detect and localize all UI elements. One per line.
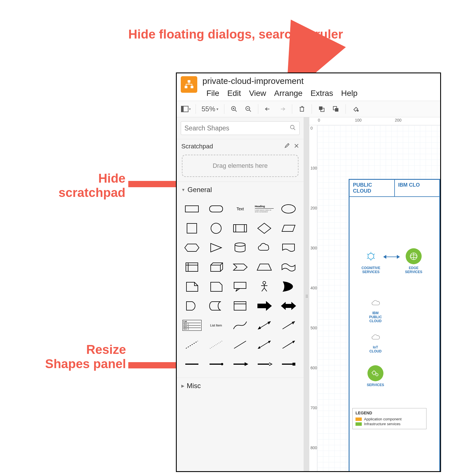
canvas-area[interactable]: 0 100 200 0 100 200 300 400 500 600 700 … (309, 117, 440, 472)
diagram-legend: LEGEND Application component Infrastruct… (352, 408, 426, 429)
shape-parallelogram[interactable] (278, 220, 299, 237)
shape-link-3[interactable] (229, 356, 251, 372)
shape-cylinder[interactable] (229, 239, 251, 256)
menu-arrange[interactable]: Arrange (270, 88, 307, 99)
shapes-sidebar: Scratchpad Drag elements here ▼ General (177, 117, 304, 472)
svg-point-53 (221, 363, 223, 365)
shape-data-storage[interactable] (206, 298, 227, 314)
menu-help[interactable]: Help (337, 88, 362, 99)
scratchpad-drop-zone[interactable]: Drag elements here (182, 155, 298, 177)
shape-link-5[interactable] (278, 356, 299, 372)
diagram-page[interactable]: PUBLIC CLOUD IBM CLO COGNITIVE SERVICES … (349, 179, 440, 472)
shape-square[interactable] (181, 220, 203, 237)
shape-card[interactable] (206, 278, 227, 295)
node-services[interactable]: SERVICES (360, 365, 391, 387)
shape-trapezoid[interactable] (254, 259, 275, 275)
svg-line-13 (249, 110, 251, 112)
shape-bidirectional-connector[interactable] (254, 336, 275, 353)
shape-or[interactable] (278, 278, 299, 295)
shape-and[interactable] (181, 298, 203, 314)
callout-hide-scratchpad: Hide scratchpad (46, 171, 125, 200)
toggle-sidebar-button[interactable]: ▾ (180, 103, 192, 115)
shape-directional-arrow[interactable] (278, 317, 299, 334)
svg-line-21 (294, 128, 295, 130)
zoom-out-button[interactable] (242, 103, 255, 115)
to-front-button[interactable] (315, 103, 328, 115)
shape-list[interactable]: List Item 1 Item 2 Item 3 (181, 317, 203, 334)
shape-line[interactable] (229, 336, 251, 353)
scratchpad-close-icon[interactable] (294, 143, 299, 150)
search-shapes-input[interactable] (181, 121, 300, 135)
svg-rect-18 (335, 108, 338, 112)
zoom-select[interactable]: 55% ▾ (199, 105, 221, 113)
shape-directional-connector[interactable] (278, 336, 299, 353)
category-label: General (188, 186, 212, 194)
document-title[interactable]: private-cloud-improvement (202, 76, 361, 86)
menu-view[interactable]: View (245, 88, 270, 99)
shape-arrow-both[interactable] (278, 298, 299, 314)
shape-curve[interactable] (229, 317, 251, 334)
svg-rect-27 (187, 223, 197, 233)
shape-diamond[interactable] (254, 220, 275, 237)
shape-callout[interactable] (229, 278, 251, 295)
shape-dashed-line[interactable] (181, 336, 203, 353)
menu-edit[interactable]: Edit (223, 88, 245, 99)
shape-rounded-rectangle[interactable] (206, 201, 227, 217)
shape-heading[interactable]: Heading Lorem ipsum dolor sit amet conse… (254, 201, 275, 217)
shape-dotted-line[interactable] (206, 336, 227, 353)
svg-point-69 (372, 371, 376, 374)
shape-step[interactable] (229, 259, 251, 275)
shape-hexagon[interactable] (181, 239, 203, 256)
shapes-panel-resizer[interactable]: ⠿ (304, 117, 309, 472)
search-field[interactable] (184, 124, 290, 132)
menu-extras[interactable]: Extras (306, 88, 337, 99)
delete-button[interactable] (296, 103, 308, 115)
shape-document[interactable] (278, 239, 299, 256)
shape-container[interactable] (229, 298, 251, 314)
drawing-canvas[interactable]: PUBLIC CLOUD IBM CLO COGNITIVE SERVICES … (317, 125, 440, 472)
shape-rectangle[interactable] (181, 201, 203, 217)
shape-link[interactable] (181, 356, 203, 372)
shape-list-item[interactable]: List Item (206, 317, 227, 334)
ruler-tick: 600 (310, 366, 317, 370)
callout-text: Resize (86, 342, 126, 356)
titlebar: private-cloud-improvement File Edit View… (177, 73, 440, 101)
svg-line-46 (186, 341, 198, 348)
shape-arrow-right[interactable] (254, 298, 275, 314)
svg-point-70 (376, 374, 378, 376)
shape-triangle[interactable] (206, 239, 227, 256)
shape-bidirectional-arrow[interactable] (254, 317, 275, 334)
zoom-in-button[interactable] (228, 103, 240, 115)
category-misc[interactable]: ▶ Misc (177, 378, 304, 394)
shape-text[interactable]: Text (229, 201, 251, 217)
node-iot-cloud[interactable]: IoT CLOUD (360, 331, 391, 353)
ruler-tick: 100 (310, 166, 317, 170)
redo-button[interactable] (276, 103, 289, 115)
shape-link-2[interactable] (206, 356, 227, 372)
shape-circle[interactable] (206, 220, 227, 237)
category-general[interactable]: ▼ General (177, 181, 304, 198)
shape-cube[interactable] (206, 259, 227, 275)
shape-note[interactable] (181, 278, 203, 295)
svg-point-19 (357, 110, 359, 112)
shape-internal-storage[interactable] (181, 259, 203, 275)
column-public-cloud: PUBLIC CLOUD (350, 180, 395, 196)
list-item: Item 1 (183, 323, 201, 325)
shape-actor[interactable] (254, 278, 275, 295)
svg-rect-24 (185, 206, 198, 212)
svg-line-9 (235, 110, 237, 112)
list-title: List (183, 320, 187, 322)
svg-point-28 (211, 223, 221, 233)
shape-tape[interactable] (278, 259, 299, 275)
menu-file[interactable]: File (202, 88, 223, 99)
fill-color-button[interactable] (349, 103, 362, 115)
node-ibm-public-cloud[interactable]: IBM PUBLIC CLOUD (360, 297, 391, 323)
legend-swatch (355, 422, 362, 426)
shape-link-4[interactable] (254, 356, 275, 372)
undo-button[interactable] (262, 103, 274, 115)
shape-ellipse[interactable] (278, 201, 299, 217)
shape-cloud[interactable] (254, 239, 275, 256)
scratchpad-edit-icon[interactable] (284, 143, 290, 150)
shape-process[interactable] (229, 220, 251, 237)
to-back-button[interactable] (330, 103, 342, 115)
